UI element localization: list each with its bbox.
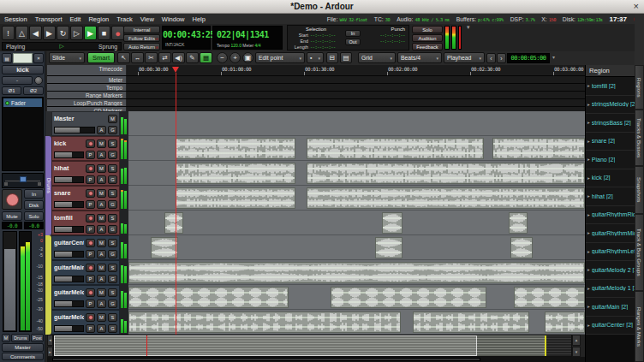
group-button[interactable]: G [108, 126, 117, 134]
region-list-item[interactable]: ▸guitarMain [2] [586, 298, 635, 317]
expand-triangle-icon[interactable]: ▸ [587, 193, 590, 199]
go-to-start-button[interactable]: ◀ [29, 26, 42, 40]
automation-button[interactable]: A [97, 225, 106, 234]
automation-button[interactable]: A [97, 175, 106, 184]
loop-button[interactable]: ↻ [57, 26, 69, 40]
stop-button[interactable]: ■ [98, 26, 110, 40]
session-summary[interactable] [53, 335, 572, 357]
track-name[interactable]: hihat [54, 164, 84, 172]
automation-button[interactable]: A [97, 324, 106, 333]
strip-entry-field[interactable] [13, 53, 33, 63]
track-fader[interactable] [54, 300, 84, 307]
expand-triangle-icon[interactable]: ▸ [587, 230, 590, 235]
canvas-track-master[interactable] [128, 111, 585, 136]
record-enable-button[interactable] [86, 214, 95, 223]
region-list-item[interactable]: ▸guitarRhythmRigh [586, 206, 635, 225]
ruler-lane[interactable]: 00:00:30:0000:01:00:0000:01:30:0000:02:0… [127, 65, 585, 75]
gain-fader[interactable] [3, 231, 17, 332]
audio-region[interactable] [375, 237, 402, 258]
track-name[interactable]: kick [54, 139, 84, 147]
playlist-button[interactable]: P [86, 200, 95, 209]
play-range-button[interactable]: ▷ [70, 26, 83, 40]
summary-scroll-up-button[interactable]: ▴ [572, 335, 581, 346]
automation-button[interactable]: A [97, 200, 106, 209]
track-name[interactable]: tomfill [54, 214, 84, 222]
track-name[interactable]: Master [54, 115, 106, 122]
metering-position-button[interactable]: Post [31, 334, 44, 342]
phase-2-button[interactable]: Ø2 [23, 86, 44, 95]
group-button[interactable]: G [108, 250, 117, 258]
ruler-lane[interactable] [127, 92, 585, 98]
playlist-button[interactable]: P [86, 275, 95, 283]
mute-button[interactable]: M [108, 115, 117, 123]
region-list-item[interactable]: ▸guitarMelody 1 [2 [586, 280, 635, 299]
snap-mode-icon[interactable]: ⊟ [326, 52, 338, 63]
playlist-button[interactable]: P [86, 250, 95, 258]
option-internal[interactable]: Internal [123, 26, 160, 33]
track-fader[interactable] [54, 176, 84, 183]
track-header-master[interactable]: MasterMAG [51, 111, 120, 136]
region-list-item[interactable]: ▸stringsMelody [2] [586, 96, 635, 115]
mute-button[interactable]: M [97, 139, 106, 148]
tool-audition-button[interactable]: ◀) [172, 52, 185, 63]
solo-button[interactable]: S [108, 264, 117, 272]
pan-handle[interactable] [20, 176, 27, 182]
metering-point-button[interactable]: M [2, 334, 10, 342]
phase-1-button[interactable]: Ø1 [2, 86, 21, 95]
audio-region[interactable] [514, 287, 585, 308]
save-icon[interactable]: ▤ [340, 52, 352, 63]
tab-regions[interactable]: Regions [635, 65, 644, 110]
solo-button[interactable]: S [108, 139, 117, 148]
audio-region[interactable] [307, 187, 585, 209]
nudge-clock[interactable]: 00:00:05:00 [507, 53, 550, 63]
track-header-hihat[interactable]: hihatMSPAG [51, 161, 120, 186]
track-fader[interactable] [54, 151, 84, 158]
processor-box[interactable]: Fader [2, 97, 44, 171]
midi-panic-button[interactable]: ! [2, 26, 15, 40]
zoom-fit-button[interactable]: ▣ [242, 52, 253, 63]
play-button[interactable]: ▶ [84, 26, 97, 40]
automation-button[interactable]: A [97, 126, 106, 134]
track-name[interactable]: guitarMelody 2 [54, 313, 84, 321]
canvas-track-guitarmelody-1[interactable] [128, 285, 585, 310]
audio-region[interactable] [545, 312, 585, 333]
region-list-item[interactable]: ▸tomfill [2] [586, 77, 635, 96]
track-fader[interactable] [54, 127, 95, 134]
ruler-row-loop-punch-ranges[interactable]: Loop/Punch Ranges [47, 99, 585, 107]
solo-button[interactable]: S [108, 189, 117, 198]
horizontal-scrollbar[interactable] [47, 357, 585, 362]
expand-triangle-icon[interactable]: ▸ [587, 139, 590, 144]
option-follow-edits[interactable]: Follow Edits [123, 34, 160, 42]
audio-region[interactable] [164, 212, 183, 234]
group-tab-g1[interactable] [45, 235, 51, 335]
solo-button[interactable]: Solo [24, 211, 44, 221]
group-button[interactable]: G [108, 151, 117, 159]
track-fader[interactable] [54, 201, 84, 208]
track-header-guitarmain[interactable]: guitarMainMSPAG [51, 260, 120, 285]
canvas-track-guitarmelody-2[interactable] [128, 310, 585, 335]
expand-triangle-icon[interactable]: ▸ [587, 212, 590, 217]
region-list-item[interactable]: ▸snare [2] [586, 133, 635, 151]
playlist-button[interactable]: P [86, 300, 95, 308]
audition-button[interactable]: Audition [412, 34, 443, 42]
tool-cut-button[interactable]: ✂ [145, 52, 158, 63]
automation-button[interactable]: A [97, 300, 106, 308]
ruler-area[interactable]: Timecode00:00:30:0000:01:00:0000:01:30:0… [47, 65, 585, 111]
punch-in-button[interactable]: In [345, 30, 361, 37]
audio-region[interactable] [176, 187, 295, 209]
audio-region[interactable] [331, 287, 486, 308]
group-button[interactable]: Drums [11, 334, 30, 342]
solo-button[interactable]: S [108, 288, 117, 297]
track-name[interactable]: guitarMelody 1 [54, 288, 84, 296]
track-header-snare[interactable]: snareMSPAG [51, 186, 120, 211]
summary-scroll-left-button[interactable]: ◂ [47, 335, 53, 346]
automation-button[interactable]: A [97, 275, 106, 283]
ruler-lane[interactable] [127, 76, 585, 83]
group-button[interactable]: G [108, 275, 117, 283]
scrollbar-handle[interactable] [52, 358, 480, 361]
mute-button[interactable]: M [97, 313, 106, 322]
strip-track-name[interactable]: kick [2, 65, 44, 74]
audio-region[interactable] [176, 138, 295, 159]
primary-clock[interactable]: 00:00:43:25 INT/JACK [162, 26, 211, 50]
canvas-track-tomfill[interactable] [128, 211, 585, 235]
